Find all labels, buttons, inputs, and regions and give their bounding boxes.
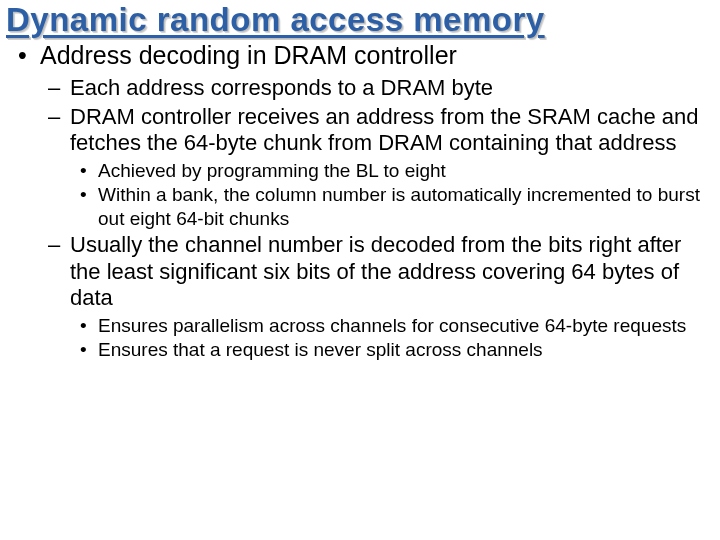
bullet-list-level2: Each address corresponds to a DRAM byte … (40, 75, 714, 362)
list-item: Ensures parallelism across channels for … (98, 314, 714, 337)
bullet-text: Each address corresponds to a DRAM byte (70, 75, 493, 100)
bullet-text: Address decoding in DRAM controller (40, 41, 457, 69)
list-item: Within a bank, the column number is auto… (98, 183, 714, 229)
bullet-text: Within a bank, the column number is auto… (98, 184, 700, 228)
bullet-text: Ensures that a request is never split ac… (98, 339, 543, 360)
slide-title: Dynamic random access memory (6, 2, 714, 38)
list-item: Each address corresponds to a DRAM byte (70, 75, 714, 102)
list-item: Usually the channel number is decoded fr… (70, 232, 714, 362)
bullet-text: Ensures parallelism across channels for … (98, 315, 686, 336)
bullet-text: Usually the channel number is decoded fr… (70, 232, 681, 311)
bullet-text: DRAM controller receives an address from… (70, 104, 698, 156)
list-item: Achieved by programming the BL to eight (98, 159, 714, 182)
bullet-list-level1: Address decoding in DRAM controller Each… (6, 40, 714, 361)
bullet-list-level3: Achieved by programming the BL to eight … (70, 159, 714, 230)
slide: Dynamic random access memory Address dec… (0, 0, 720, 540)
list-item: DRAM controller receives an address from… (70, 104, 714, 230)
list-item: Ensures that a request is never split ac… (98, 338, 714, 361)
bullet-text: Achieved by programming the BL to eight (98, 160, 446, 181)
list-item: Address decoding in DRAM controller Each… (40, 40, 714, 361)
bullet-list-level3: Ensures parallelism across channels for … (70, 314, 714, 361)
